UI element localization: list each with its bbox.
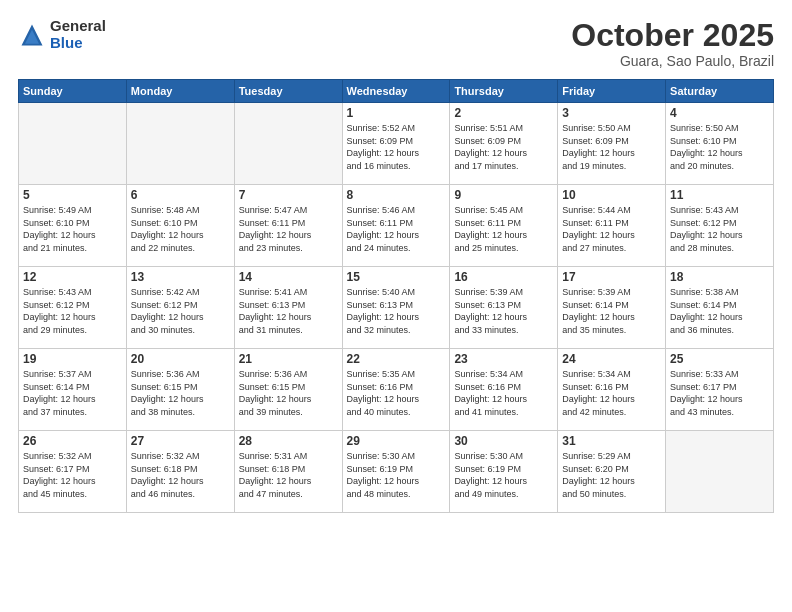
day-number: 6 [131, 188, 230, 202]
day-number: 22 [347, 352, 446, 366]
day-info: Sunrise: 5:34 AM Sunset: 6:16 PM Dayligh… [562, 368, 661, 418]
table-row: 18Sunrise: 5:38 AM Sunset: 6:14 PM Dayli… [666, 267, 774, 349]
day-number: 28 [239, 434, 338, 448]
table-row: 5Sunrise: 5:49 AM Sunset: 6:10 PM Daylig… [19, 185, 127, 267]
day-info: Sunrise: 5:42 AM Sunset: 6:12 PM Dayligh… [131, 286, 230, 336]
table-row: 25Sunrise: 5:33 AM Sunset: 6:17 PM Dayli… [666, 349, 774, 431]
table-row: 20Sunrise: 5:36 AM Sunset: 6:15 PM Dayli… [126, 349, 234, 431]
table-row: 13Sunrise: 5:42 AM Sunset: 6:12 PM Dayli… [126, 267, 234, 349]
day-info: Sunrise: 5:50 AM Sunset: 6:10 PM Dayligh… [670, 122, 769, 172]
day-info: Sunrise: 5:40 AM Sunset: 6:13 PM Dayligh… [347, 286, 446, 336]
day-number: 17 [562, 270, 661, 284]
day-number: 31 [562, 434, 661, 448]
header: General Blue October 2025 Guara, Sao Pau… [18, 18, 774, 69]
day-info: Sunrise: 5:33 AM Sunset: 6:17 PM Dayligh… [670, 368, 769, 418]
calendar-week-row: 5Sunrise: 5:49 AM Sunset: 6:10 PM Daylig… [19, 185, 774, 267]
header-sunday: Sunday [19, 80, 127, 103]
day-number: 14 [239, 270, 338, 284]
day-number: 2 [454, 106, 553, 120]
day-info: Sunrise: 5:43 AM Sunset: 6:12 PM Dayligh… [670, 204, 769, 254]
day-number: 9 [454, 188, 553, 202]
title-block: October 2025 Guara, Sao Paulo, Brazil [571, 18, 774, 69]
day-number: 26 [23, 434, 122, 448]
table-row: 31Sunrise: 5:29 AM Sunset: 6:20 PM Dayli… [558, 431, 666, 513]
table-row: 23Sunrise: 5:34 AM Sunset: 6:16 PM Dayli… [450, 349, 558, 431]
day-info: Sunrise: 5:47 AM Sunset: 6:11 PM Dayligh… [239, 204, 338, 254]
header-thursday: Thursday [450, 80, 558, 103]
day-number: 1 [347, 106, 446, 120]
day-info: Sunrise: 5:50 AM Sunset: 6:09 PM Dayligh… [562, 122, 661, 172]
day-number: 25 [670, 352, 769, 366]
calendar-header-row: Sunday Monday Tuesday Wednesday Thursday… [19, 80, 774, 103]
day-info: Sunrise: 5:36 AM Sunset: 6:15 PM Dayligh… [131, 368, 230, 418]
month-title: October 2025 [571, 18, 774, 53]
day-number: 30 [454, 434, 553, 448]
day-number: 29 [347, 434, 446, 448]
calendar-table: Sunday Monday Tuesday Wednesday Thursday… [18, 79, 774, 513]
table-row: 19Sunrise: 5:37 AM Sunset: 6:14 PM Dayli… [19, 349, 127, 431]
day-info: Sunrise: 5:39 AM Sunset: 6:14 PM Dayligh… [562, 286, 661, 336]
day-number: 20 [131, 352, 230, 366]
table-row: 12Sunrise: 5:43 AM Sunset: 6:12 PM Dayli… [19, 267, 127, 349]
day-info: Sunrise: 5:43 AM Sunset: 6:12 PM Dayligh… [23, 286, 122, 336]
day-info: Sunrise: 5:49 AM Sunset: 6:10 PM Dayligh… [23, 204, 122, 254]
day-number: 18 [670, 270, 769, 284]
day-number: 23 [454, 352, 553, 366]
table-row: 27Sunrise: 5:32 AM Sunset: 6:18 PM Dayli… [126, 431, 234, 513]
day-number: 10 [562, 188, 661, 202]
day-info: Sunrise: 5:38 AM Sunset: 6:14 PM Dayligh… [670, 286, 769, 336]
day-info: Sunrise: 5:30 AM Sunset: 6:19 PM Dayligh… [454, 450, 553, 500]
calendar-week-row: 19Sunrise: 5:37 AM Sunset: 6:14 PM Dayli… [19, 349, 774, 431]
day-info: Sunrise: 5:45 AM Sunset: 6:11 PM Dayligh… [454, 204, 553, 254]
table-row: 4Sunrise: 5:50 AM Sunset: 6:10 PM Daylig… [666, 103, 774, 185]
table-row [666, 431, 774, 513]
day-info: Sunrise: 5:51 AM Sunset: 6:09 PM Dayligh… [454, 122, 553, 172]
day-number: 21 [239, 352, 338, 366]
day-number: 24 [562, 352, 661, 366]
day-number: 16 [454, 270, 553, 284]
day-info: Sunrise: 5:34 AM Sunset: 6:16 PM Dayligh… [454, 368, 553, 418]
day-info: Sunrise: 5:52 AM Sunset: 6:09 PM Dayligh… [347, 122, 446, 172]
day-number: 7 [239, 188, 338, 202]
table-row: 21Sunrise: 5:36 AM Sunset: 6:15 PM Dayli… [234, 349, 342, 431]
calendar-week-row: 1Sunrise: 5:52 AM Sunset: 6:09 PM Daylig… [19, 103, 774, 185]
table-row: 14Sunrise: 5:41 AM Sunset: 6:13 PM Dayli… [234, 267, 342, 349]
table-row: 26Sunrise: 5:32 AM Sunset: 6:17 PM Dayli… [19, 431, 127, 513]
logo-general-label: General [50, 18, 106, 35]
table-row: 28Sunrise: 5:31 AM Sunset: 6:18 PM Dayli… [234, 431, 342, 513]
logo: General Blue [18, 18, 106, 51]
logo-blue-label: Blue [50, 35, 106, 52]
day-number: 5 [23, 188, 122, 202]
table-row: 16Sunrise: 5:39 AM Sunset: 6:13 PM Dayli… [450, 267, 558, 349]
header-wednesday: Wednesday [342, 80, 450, 103]
table-row: 9Sunrise: 5:45 AM Sunset: 6:11 PM Daylig… [450, 185, 558, 267]
table-row: 11Sunrise: 5:43 AM Sunset: 6:12 PM Dayli… [666, 185, 774, 267]
day-info: Sunrise: 5:48 AM Sunset: 6:10 PM Dayligh… [131, 204, 230, 254]
day-number: 3 [562, 106, 661, 120]
day-number: 8 [347, 188, 446, 202]
day-number: 27 [131, 434, 230, 448]
day-number: 12 [23, 270, 122, 284]
day-info: Sunrise: 5:46 AM Sunset: 6:11 PM Dayligh… [347, 204, 446, 254]
day-info: Sunrise: 5:41 AM Sunset: 6:13 PM Dayligh… [239, 286, 338, 336]
day-info: Sunrise: 5:30 AM Sunset: 6:19 PM Dayligh… [347, 450, 446, 500]
day-info: Sunrise: 5:44 AM Sunset: 6:11 PM Dayligh… [562, 204, 661, 254]
day-info: Sunrise: 5:32 AM Sunset: 6:18 PM Dayligh… [131, 450, 230, 500]
table-row: 6Sunrise: 5:48 AM Sunset: 6:10 PM Daylig… [126, 185, 234, 267]
table-row: 7Sunrise: 5:47 AM Sunset: 6:11 PM Daylig… [234, 185, 342, 267]
header-monday: Monday [126, 80, 234, 103]
day-info: Sunrise: 5:37 AM Sunset: 6:14 PM Dayligh… [23, 368, 122, 418]
calendar-week-row: 26Sunrise: 5:32 AM Sunset: 6:17 PM Dayli… [19, 431, 774, 513]
table-row: 29Sunrise: 5:30 AM Sunset: 6:19 PM Dayli… [342, 431, 450, 513]
calendar-week-row: 12Sunrise: 5:43 AM Sunset: 6:12 PM Dayli… [19, 267, 774, 349]
table-row [126, 103, 234, 185]
header-saturday: Saturday [666, 80, 774, 103]
table-row [19, 103, 127, 185]
day-info: Sunrise: 5:31 AM Sunset: 6:18 PM Dayligh… [239, 450, 338, 500]
table-row: 2Sunrise: 5:51 AM Sunset: 6:09 PM Daylig… [450, 103, 558, 185]
day-number: 19 [23, 352, 122, 366]
table-row: 3Sunrise: 5:50 AM Sunset: 6:09 PM Daylig… [558, 103, 666, 185]
day-info: Sunrise: 5:29 AM Sunset: 6:20 PM Dayligh… [562, 450, 661, 500]
table-row: 30Sunrise: 5:30 AM Sunset: 6:19 PM Dayli… [450, 431, 558, 513]
logo-icon [18, 21, 46, 49]
